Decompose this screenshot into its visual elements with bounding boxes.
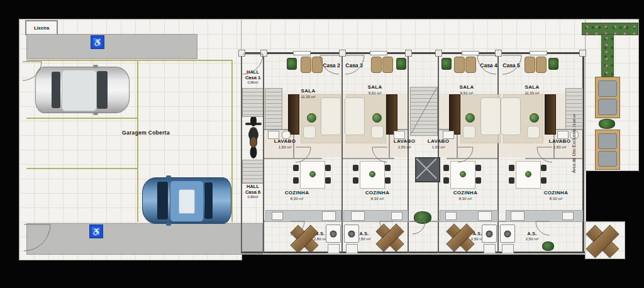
dining-chair (325, 177, 331, 184)
casa5-cozinha-label: COZINHA 8,30 m² (537, 190, 575, 201)
casa4-lavabo-label: LAVABO 1,50 m² (421, 138, 456, 150)
laundry-sink (328, 244, 340, 253)
dining-chair (475, 165, 481, 171)
accessible-strip-bottom (26, 223, 263, 255)
table-plant (369, 171, 375, 177)
casa2-cozinha-label: COZINHA 8,30 m² (278, 190, 316, 201)
hall-casa6-label: HALL Casa 6 0,96m² (240, 184, 265, 199)
garden-strip-top (582, 23, 638, 35)
wall-core-left (408, 52, 409, 253)
dining-chair (385, 165, 391, 171)
dining-chair (541, 165, 547, 171)
floor-plan: Lixeira ♿ ♿ Garagem Coberta (0, 0, 644, 288)
dining-chair (385, 177, 391, 184)
entry-chair (536, 57, 547, 73)
car-rear-window (204, 182, 213, 219)
washer (500, 224, 515, 243)
hall-casa1-label: HALL Casa 1 0,96m² (240, 69, 265, 85)
tv-panel (288, 94, 299, 135)
entry-chair (454, 57, 465, 73)
laundry-sink (502, 244, 514, 253)
casa3-lavabo-label: LAVABO 1,50 m² (387, 138, 422, 150)
stall-line (26, 60, 233, 61)
bush (414, 211, 431, 224)
washer-drum (330, 230, 337, 237)
entry-plant (441, 58, 452, 70)
column (495, 50, 502, 57)
dining-chair (293, 177, 299, 184)
stove (478, 211, 492, 221)
wall-party-2 (497, 52, 499, 253)
wheelchair-icon: ♿ (91, 35, 104, 49)
window (293, 51, 311, 55)
stairs-core (410, 87, 438, 136)
tv-panel (449, 94, 460, 135)
casa4-name: Casa 4 (476, 58, 501, 70)
stall-line (26, 168, 138, 169)
casa5-sala-label: SALA 11,33 m² (513, 84, 551, 96)
armchair (463, 126, 475, 138)
wheelchair-icon: ♿ (89, 224, 103, 238)
casa5-name: Casa 5 (499, 58, 524, 70)
elevator (415, 157, 440, 182)
car-windshield (97, 71, 108, 109)
hall-area: 0,96m² (240, 80, 265, 85)
table-plant (525, 171, 531, 177)
wood-table (376, 224, 404, 252)
laundry-sink (484, 244, 496, 253)
entry-plant (396, 58, 406, 70)
lounge-chair (598, 133, 617, 149)
entry-chair (465, 57, 476, 73)
column (238, 50, 245, 57)
car-windshield (157, 182, 168, 219)
car-mirror (166, 223, 171, 226)
casa2-lavabo-label: LAVABO 1,50 m² (267, 138, 303, 150)
table-plant (460, 171, 466, 177)
stairs-hall-top (242, 88, 264, 117)
stove (322, 211, 336, 221)
washer-drum (486, 230, 493, 237)
plant (307, 113, 316, 123)
sofa (480, 97, 501, 135)
armchair (303, 126, 316, 138)
entry-chair (525, 57, 535, 73)
stove (351, 211, 365, 221)
stairs-casa2 (265, 88, 282, 130)
wall-party-1 (341, 52, 343, 253)
dining-chair (509, 165, 514, 171)
pergola (595, 130, 620, 170)
car-blue (142, 177, 231, 224)
column (260, 50, 267, 57)
sofa (321, 97, 341, 135)
garden-strip-side (601, 34, 614, 77)
entry-chair (312, 57, 323, 73)
wood-table (586, 225, 619, 258)
hall-area: 0,96m² (240, 195, 265, 199)
laundry-sink (346, 244, 358, 253)
car-mirror (166, 175, 171, 179)
column (405, 50, 412, 57)
sofa (501, 97, 521, 135)
dining-chair (443, 165, 449, 171)
sofa (345, 97, 365, 135)
casa2-name: Casa 2 (319, 58, 344, 70)
column (579, 50, 586, 57)
car-sunroof (179, 189, 195, 214)
lounge-chair (598, 151, 617, 167)
pergola (595, 77, 620, 118)
casa3-name: Casa 3 (341, 58, 367, 70)
dining-chair (443, 177, 449, 184)
hall-word: HALL (240, 184, 265, 189)
plant (530, 113, 539, 123)
tv-panel (386, 94, 397, 135)
kitchen-sink (445, 212, 457, 220)
table-plant (309, 171, 316, 177)
armchair (371, 126, 384, 138)
car-roof (62, 70, 97, 111)
dining-chair (353, 165, 358, 171)
garage-label-text: Garagem Coberta (108, 130, 184, 136)
lounge-chair (598, 80, 617, 97)
casa4-sala-label: SALA 9,91 m² (448, 84, 486, 96)
stall-line (26, 118, 138, 119)
wall-left (241, 52, 242, 253)
